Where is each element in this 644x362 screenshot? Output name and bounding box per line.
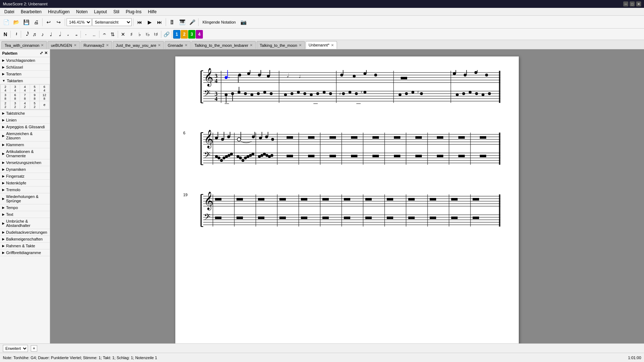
link-button[interactable]: 🔗: [162, 30, 171, 39]
section-tonarten-header[interactable]: ▶ Tonarten: [0, 71, 50, 77]
tab-talking-moon-lesbarer[interactable]: Talking_to_the_moon_lesbarer ✕: [191, 41, 256, 49]
camera-button[interactable]: 📷: [239, 18, 248, 27]
section-tremolo-header[interactable]: ▶ Tremolo: [0, 187, 50, 193]
tab-tea-with-cinnamon[interactable]: Tea_with_cinnamon ✕: [1, 41, 47, 49]
tab-close-talking[interactable]: ✕: [299, 43, 302, 47]
section-arpeggios-header[interactable]: ▶ Arpeggios & Glissandi: [0, 124, 50, 130]
section-dudelsack-header[interactable]: ▶ Dudelsackverzierungen: [0, 229, 50, 235]
section-griffbrett-header[interactable]: ▶ Griffbrettdiagramme: [0, 249, 50, 256]
taktart-4-2[interactable]: 42: [20, 101, 29, 109]
taktart-9-8[interactable]: 98: [30, 93, 39, 101]
taktart-5-2[interactable]: 52: [30, 101, 39, 109]
mixer-button[interactable]: 🎛: [167, 18, 177, 27]
nat-sharp-button[interactable]: ♮♯: [152, 30, 160, 39]
tab-close-unbenannt[interactable]: ✕: [331, 43, 334, 47]
menu-layout[interactable]: Layout: [91, 9, 110, 15]
tab-close-grenade[interactable]: ✕: [185, 43, 187, 47]
play-button[interactable]: ▶: [145, 18, 154, 27]
palette-close-icon[interactable]: ✕: [44, 51, 48, 55]
section-umbrueche-header[interactable]: ▶ Umbrüche & Abstandhalter: [0, 218, 50, 229]
menu-datei[interactable]: Datei: [1, 9, 17, 15]
double-augmentation-dot-button[interactable]: ..: [90, 30, 98, 39]
menu-stil[interactable]: Stil: [111, 9, 122, 15]
flip-button[interactable]: ⇅: [109, 30, 117, 39]
section-atemzeichen-header[interactable]: ▶ Atemzeichen & Zäsuren: [0, 130, 50, 141]
section-nkoepfe-header[interactable]: ▶ Notenköpfe: [0, 180, 50, 186]
tab-close-runnaway2[interactable]: ✕: [106, 43, 109, 47]
close-button[interactable]: ✕: [636, 1, 641, 6]
taktart-2-2[interactable]: 22: [1, 101, 10, 109]
taktart-6-8[interactable]: 68: [10, 93, 20, 101]
synth-button[interactable]: 🎹: [177, 18, 187, 27]
flat-button[interactable]: ♭: [136, 30, 143, 39]
print-button[interactable]: 🖨: [31, 18, 41, 27]
add-palette-button[interactable]: +: [31, 345, 37, 352]
tab-close-just[interactable]: ✕: [158, 43, 161, 47]
taktart-7-8[interactable]: 78: [20, 93, 29, 101]
menu-hilfe[interactable]: Hilfe: [145, 9, 160, 15]
taktart-3-4[interactable]: 34: [10, 85, 20, 93]
taktart-12-8[interactable]: 128: [40, 93, 49, 101]
menu-noten[interactable]: Noten: [73, 9, 91, 15]
section-artikulationen-header[interactable]: ▶ Artikulationen & Ornamente: [0, 148, 50, 159]
tab-close-talking-lesbarer[interactable]: ✕: [250, 43, 253, 47]
taktart-5-4[interactable]: 54: [30, 85, 39, 93]
section-text-header[interactable]: ▶ Text: [0, 211, 50, 218]
note-8th-button[interactable]: ♩: [47, 30, 55, 39]
nat-flat-button[interactable]: ♮♭: [144, 30, 152, 39]
voice-2-button[interactable]: 2: [181, 30, 188, 39]
section-vorschlagsnoten-header[interactable]: ▶ Vorschlagsnoten: [0, 57, 50, 64]
taktart-3-8[interactable]: 38: [1, 93, 10, 101]
tab-close-tea[interactable]: ✕: [41, 43, 44, 47]
menu-bearbeiten[interactable]: Bearbeiten: [18, 9, 44, 15]
menu-hinzufuegen[interactable]: Hinzufügen: [45, 9, 73, 15]
section-dynamiken-header[interactable]: ▶ Dynamiken: [0, 166, 50, 173]
section-wiederholungen-header[interactable]: ▶ Wiederholungen & Sprünge: [0, 193, 50, 204]
mic-button[interactable]: 🎤: [187, 18, 197, 27]
sharp-button[interactable]: ♯: [127, 30, 135, 39]
fermata-button[interactable]: 𝄐: [101, 30, 108, 39]
section-balkeneigenschaften-header[interactable]: ▶ Balkeneigenschaften: [0, 236, 50, 242]
note-32nd-button[interactable]: ♬: [30, 30, 38, 39]
note-64th-button[interactable]: 𝅘𝅥𝅰: [22, 30, 30, 39]
save-file-button[interactable]: 💾: [21, 18, 31, 27]
voice-1-button[interactable]: 1: [173, 30, 180, 39]
section-rahmen-header[interactable]: ▶ Rahmen & Takte: [0, 243, 50, 249]
undo-button[interactable]: ↩: [44, 18, 53, 27]
palette-expand-icon[interactable]: ⤢: [40, 51, 43, 55]
play-begin-button[interactable]: ⏮: [135, 18, 144, 27]
section-versetzungszeichen-header[interactable]: ▶ Versetzungszeichen: [0, 159, 50, 166]
tab-talking-moon[interactable]: Talking_to_the_moon ✕: [257, 41, 305, 49]
voice-4-button[interactable]: 4: [196, 30, 203, 39]
section-schluessel-header[interactable]: ▶ Schlüssel: [0, 64, 50, 70]
score-area[interactable]: 𝄞 3 4 𝄢 3 4: [50, 49, 644, 343]
tab-grenade[interactable]: Grenade ✕: [165, 41, 191, 49]
taktart-4-4[interactable]: 44: [20, 85, 29, 93]
section-tempo-header[interactable]: ▶ Tempo: [0, 204, 50, 211]
view-select[interactable]: Seitenansicht: [92, 18, 132, 26]
note-whole-button[interactable]: 𝅝: [72, 30, 79, 39]
tab-close-uebungen[interactable]: ✕: [74, 43, 77, 47]
taktart-3-2[interactable]: 32: [10, 101, 20, 109]
cross-button[interactable]: ✕: [119, 30, 127, 39]
taktart-2-4[interactable]: 24: [1, 85, 10, 93]
tab-runnaway2[interactable]: Runnaway2 ✕: [80, 41, 112, 49]
section-klammern-header[interactable]: ▶ Klammern: [0, 142, 50, 148]
note-input-button[interactable]: N: [1, 30, 9, 39]
tab-unbenannt[interactable]: Unbenannt* ✕: [306, 41, 337, 49]
augmentation-dot-button[interactable]: ·: [82, 30, 90, 39]
tab-just-the-way[interactable]: Just_the_way_you_are ✕: [113, 41, 164, 49]
rest-button[interactable]: 𝄽: [12, 30, 20, 39]
maximize-button[interactable]: □: [630, 1, 635, 6]
minimize-button[interactable]: ─: [623, 1, 628, 6]
play-end-button[interactable]: ⏭: [155, 18, 164, 27]
redo-button[interactable]: ↪: [54, 18, 63, 27]
voice-3-button[interactable]: 3: [188, 30, 195, 39]
taktart-6-4[interactable]: 64: [40, 85, 49, 93]
note-quarter-button[interactable]: 𝅗𝅥: [55, 30, 63, 39]
new-file-button[interactable]: 📄: [1, 18, 11, 27]
section-taktstriche-header[interactable]: ▶ Taktstriche: [0, 110, 50, 116]
zoom-select[interactable]: 146.41%: [67, 18, 92, 26]
note-half-button[interactable]: 𝅗: [63, 30, 71, 39]
tab-uebungen[interactable]: ueBUNGEN ✕: [48, 41, 79, 49]
